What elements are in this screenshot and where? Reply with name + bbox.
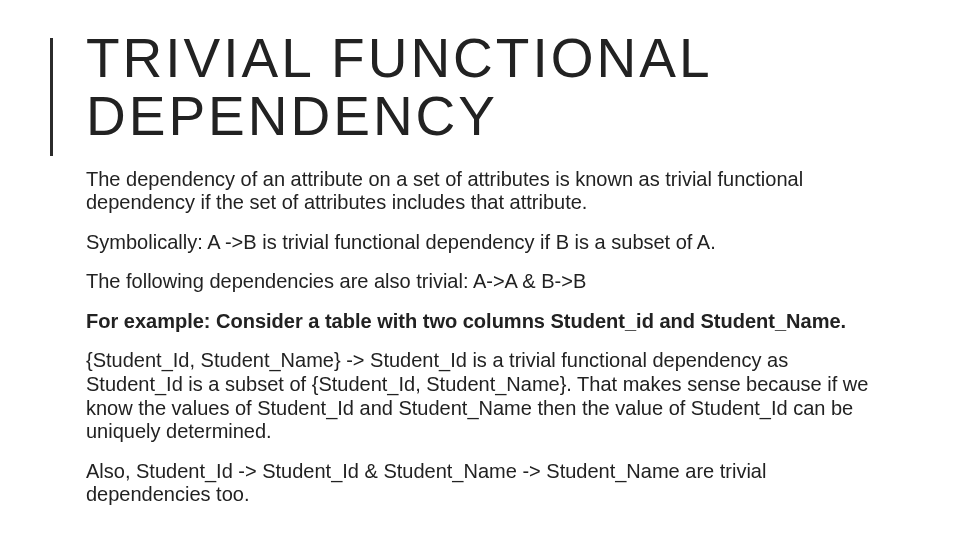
title-accent-rule xyxy=(50,38,53,156)
paragraph-example-detail: {Student_Id, Student_Name} -> Student_Id… xyxy=(86,349,890,443)
paragraph-also-trivial: The following dependencies are also triv… xyxy=(86,270,890,294)
paragraph-example-intro: For example: Consider a table with two c… xyxy=(86,310,890,334)
slide-title: TRIVIAL FUNCTIONAL DEPENDENCY xyxy=(50,30,900,146)
slide-body: The dependency of an attribute on a set … xyxy=(50,168,900,508)
paragraph-definition: The dependency of an attribute on a set … xyxy=(86,168,890,215)
slide: TRIVIAL FUNCTIONAL DEPENDENCY The depend… xyxy=(0,0,960,540)
paragraph-also: Also, Student_Id -> Student_Id & Student… xyxy=(86,460,890,507)
paragraph-symbolic: Symbolically: A ->B is trivial functiona… xyxy=(86,231,890,255)
